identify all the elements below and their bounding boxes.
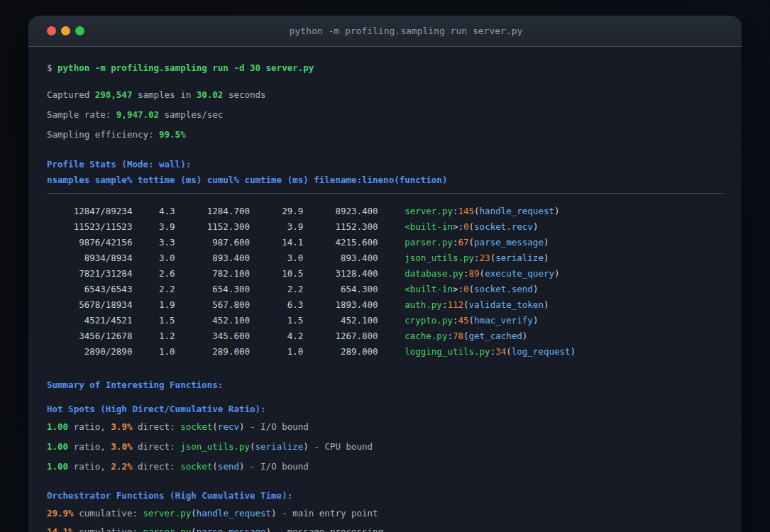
stats-row: 7821/31284 2.6 782.100 10.5 3128.400 dat… [47,266,723,282]
captured-stats: Captured 298,547 samples in 30.02 second… [47,87,723,103]
zoom-button[interactable] [75,26,84,35]
hot-spot-line: 1.00 ratio, 3.9% direct: socket(recv) - … [47,419,723,435]
orchestrator-heading: Orchestrator Functions (High Cumulative … [47,488,723,504]
stats-row: 2890/2890 1.0 289.000 1.0 289.000 loggin… [47,344,723,360]
stats-row: 8934/8934 3.0 893.400 3.0 893.400 json_u… [47,250,723,266]
stats-column-header: nsamples sample% tottime (ms) cumul% cum… [47,172,723,188]
stats-row: 6543/6543 2.2 654.300 2.2 654.300 <built… [47,282,723,297]
stats-row: 4521/4521 1.5 452.100 1.5 452.100 crypto… [47,313,723,328]
minimize-button[interactable] [61,26,70,35]
window-title: python -m profiling.sampling run server.… [84,26,727,36]
terminal-window: python -m profiling.sampling run server.… [28,16,742,532]
stats-row: 12847/89234 4.3 1284.700 29.9 8923.400 s… [47,204,723,219]
command-line: $ python -m profiling.sampling run -d 30… [47,60,723,76]
profile-stats-heading: Profile Stats (Mode: wall): [47,157,723,172]
hot-spot-line: 1.00 ratio, 3.0% direct: json_utils.py(s… [47,439,723,455]
orchestrator-line: 29.9% cumulative: server.py(handle_reque… [47,506,723,521]
stats-row: 11523/11523 3.9 1152.300 3.9 1152.300 <b… [47,219,723,235]
traffic-lights [47,26,84,35]
close-button[interactable] [47,26,56,35]
stats-row: 9876/42156 3.3 987.600 14.1 4215.600 par… [47,235,723,250]
sample-rate: Sample rate: 9,947.02 samples/sec [47,107,723,123]
sampling-efficiency: Sampling efficiency: 99.5% [47,127,723,143]
stats-row: 5678/18934 1.9 567.800 6.3 1893.400 auth… [47,297,723,313]
terminal-body: $ python -m profiling.sampling run -d 30… [28,47,742,532]
hot-spots-heading: Hot Spots (High Direct/Cumulative Ratio)… [47,401,723,417]
table-divider [47,193,723,194]
stats-row: 3456/12678 1.2 345.600 4.2 1267.800 cach… [47,328,723,344]
window-titlebar[interactable]: python -m profiling.sampling run server.… [28,16,742,47]
summary-heading: Summary of Interesting Functions: [47,377,723,393]
orchestrator-line: 14.1% cumulative: parser.py(parse_messag… [47,524,723,532]
hot-spot-line: 1.00 ratio, 2.2% direct: socket(send) - … [47,459,723,475]
